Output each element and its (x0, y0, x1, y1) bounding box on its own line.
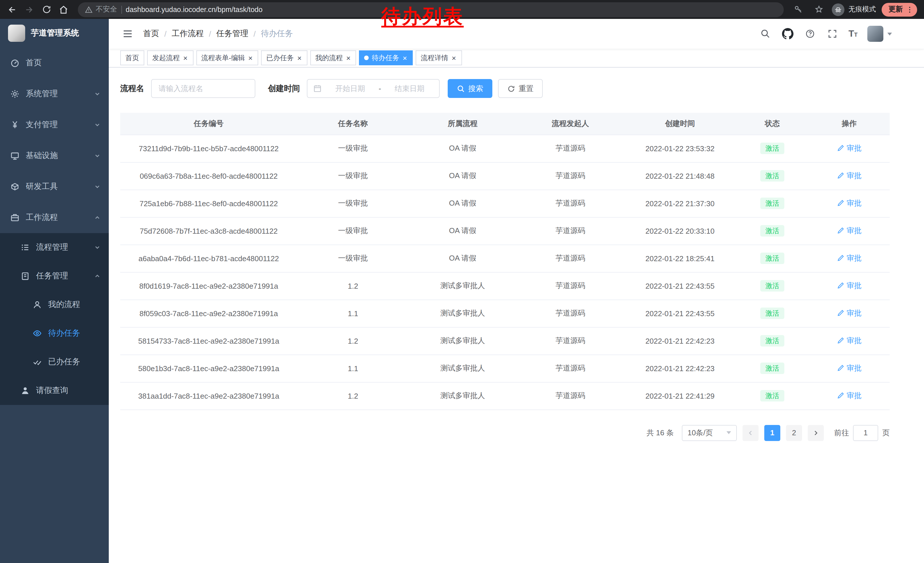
approve-link[interactable]: 审批 (837, 390, 862, 401)
cell-initiator: 芋道源码 (516, 300, 624, 327)
close-icon[interactable]: × (346, 54, 351, 62)
sidebar-item-label: 待办任务 (48, 328, 101, 338)
sidebar-item-label: 我的流程 (48, 300, 101, 310)
tab-done-tasks[interactable]: 已办任务 × (261, 50, 307, 65)
sidebar-item-todo-tasks[interactable]: 待办任务 (0, 319, 109, 348)
approve-link[interactable]: 审批 (837, 336, 862, 346)
close-icon[interactable]: × (248, 54, 253, 62)
page-button-1[interactable]: 1 (764, 425, 780, 441)
close-icon[interactable]: × (297, 54, 302, 62)
tab-todo-tasks[interactable]: 待办任务 × (359, 50, 413, 65)
password-key-button[interactable] (790, 2, 806, 17)
cell-process: OA 请假 (409, 189, 516, 217)
fullscreen-button[interactable] (826, 27, 839, 40)
browser-update-button[interactable]: 更新 (882, 3, 917, 17)
browser-forward-button[interactable] (22, 2, 37, 17)
breadcrumb-home[interactable]: 首页 (143, 29, 159, 39)
column-process: 所属流程 (409, 113, 516, 135)
sidebar-item-dev-tools[interactable]: 研发工具 (0, 171, 109, 202)
tab-start-process[interactable]: 发起流程 × (147, 50, 193, 65)
page-size-select[interactable]: 10条/页 (682, 425, 737, 441)
cell-task-id: 725a1eb6-7b88-11ec-8ef0-acde48001122 (120, 189, 297, 217)
sidebar-item-label: 支付管理 (26, 120, 88, 130)
jump-page-input[interactable] (853, 425, 878, 441)
sidebar-item-task-mgmt[interactable]: 任务管理 (0, 262, 109, 290)
page-content: 流程名 创建时间 开始日期 - 结束日期 搜索 重 (109, 68, 924, 563)
approve-link[interactable]: 审批 (837, 363, 862, 374)
status-badge: 激活 (760, 143, 784, 155)
reset-button[interactable]: 重置 (498, 79, 543, 98)
tab-home[interactable]: 首页 (120, 50, 144, 65)
github-link[interactable] (782, 27, 794, 40)
tab-process-detail[interactable]: 流程详情 × (416, 50, 462, 65)
sidebar-item-process-mgmt[interactable]: 流程管理 (0, 233, 109, 262)
approve-link[interactable]: 审批 (837, 226, 862, 236)
sidebar-item-infrastructure[interactable]: 基础设施 (0, 140, 109, 171)
approve-label: 审批 (847, 390, 862, 401)
chevron-down-icon (94, 90, 101, 98)
cell-process: 测试多审批人 (409, 300, 516, 327)
edit-icon (837, 255, 844, 262)
cell-initiator: 芋道源码 (516, 135, 624, 162)
caret-down-icon (887, 32, 892, 35)
sidebar-item-label: 流程管理 (36, 242, 88, 252)
close-icon[interactable]: × (402, 54, 408, 62)
sidebar-item-my-processes[interactable]: 我的流程 (0, 290, 109, 319)
cell-task-name: 一级审批 (297, 162, 409, 189)
page-button-2[interactable]: 2 (786, 425, 802, 441)
app-logo-link[interactable]: 芋道管理系统 (0, 19, 109, 48)
help-doc-button[interactable] (804, 27, 816, 40)
approve-link[interactable]: 审批 (837, 253, 862, 263)
approve-label: 审批 (847, 363, 862, 374)
user-menu[interactable] (867, 26, 892, 42)
prev-page-button[interactable] (742, 425, 759, 441)
sidebar-item-home[interactable]: 首页 (0, 48, 109, 78)
tab-label: 首页 (125, 53, 139, 63)
sidebar-item-done-tasks[interactable]: 已办任务 (0, 348, 109, 376)
table-row: 8f0d1619-7ac8-11ec-a9e2-a2380e71991a 1.2… (120, 272, 890, 300)
approve-link[interactable]: 审批 (837, 281, 862, 291)
browser-back-button[interactable] (4, 2, 20, 17)
cell-action: 审批 (809, 189, 890, 217)
browser-home-button[interactable] (56, 2, 71, 17)
close-icon[interactable]: × (451, 54, 456, 62)
font-size-button[interactable]: TT (848, 29, 858, 39)
chevron-left-icon (747, 429, 754, 436)
next-page-button[interactable] (808, 425, 824, 441)
address-bar[interactable]: 不安全 dashboard.yudao.iocoder.cn/bpm/task/… (78, 2, 784, 17)
approve-link[interactable]: 审批 (837, 171, 862, 181)
cell-process: OA 请假 (409, 217, 516, 245)
breadcrumb-workflow[interactable]: 工作流程 (172, 29, 204, 39)
column-status: 状态 (736, 113, 808, 135)
cell-created: 2022-01-22 23:53:32 (624, 135, 736, 162)
sidebar-item-leave-query[interactable]: 请假查询 (0, 376, 109, 405)
user-icon (33, 300, 42, 309)
cell-task-id: 381aa1dd-7ac8-11ec-a9e2-a2380e71991a (120, 382, 297, 410)
sidebar-item-workflow[interactable]: 工作流程 (0, 202, 109, 233)
breadcrumb-task-mgmt[interactable]: 任务管理 (216, 29, 249, 39)
browser-reload-button[interactable] (39, 2, 54, 17)
edit-icon (837, 200, 844, 207)
status-badge: 激活 (760, 198, 784, 209)
column-task-name: 任务名称 (297, 113, 409, 135)
approve-link[interactable]: 审批 (837, 198, 862, 209)
bookmark-star-button[interactable] (811, 2, 826, 17)
tab-process-form-edit[interactable]: 流程表单-编辑 × (196, 50, 258, 65)
fullscreen-icon (827, 29, 837, 39)
process-name-input[interactable] (151, 79, 255, 98)
date-range-picker[interactable]: 开始日期 - 结束日期 (307, 79, 440, 98)
sidebar-toggle-button[interactable] (120, 26, 135, 41)
search-button[interactable]: 搜索 (448, 79, 492, 98)
approve-link[interactable]: 审批 (837, 143, 862, 153)
approve-link[interactable]: 审批 (837, 308, 862, 318)
header-search-button[interactable] (759, 27, 772, 40)
incognito-badge[interactable]: 无痕模式 (832, 3, 876, 16)
close-icon[interactable]: × (183, 54, 188, 62)
tab-my-processes[interactable]: 我的流程 × (310, 50, 356, 65)
sidebar-item-payment-mgmt[interactable]: 支付管理 (0, 110, 109, 140)
security-status[interactable]: 不安全 (85, 5, 117, 14)
cell-created: 2022-01-21 22:42:23 (624, 327, 736, 354)
person-icon (21, 386, 30, 395)
approve-label: 审批 (847, 226, 862, 236)
sidebar-item-system-mgmt[interactable]: 系统管理 (0, 78, 109, 110)
